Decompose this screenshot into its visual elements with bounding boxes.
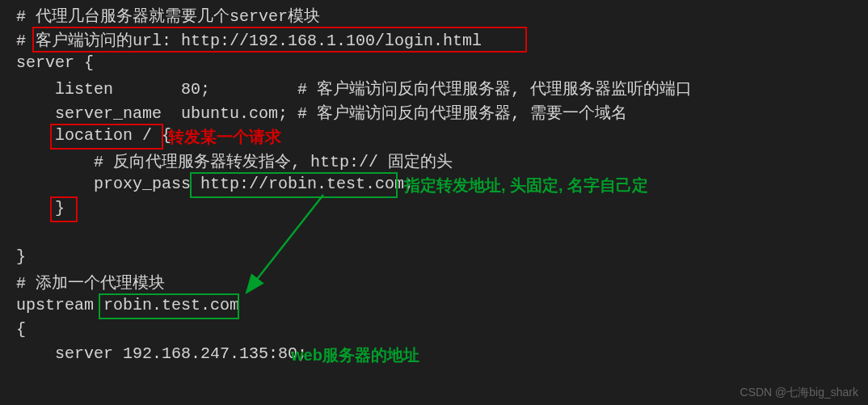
code-panel: # 代理几台服务器就需要几个server模块 # 客户端访问的url: http… xyxy=(0,0,868,405)
code-line: server_name ubuntu.com; # 客户端访问反向代理服务器, … xyxy=(16,102,627,124)
code-line: upstream robin.test.com xyxy=(16,296,239,314)
code-line: server 192.168.247.135:80; xyxy=(16,344,307,363)
code-line: { xyxy=(16,320,26,339)
code-line: # 反向代理服务器转发指令, http:// 固定的头 xyxy=(16,150,453,172)
code-line: # 代理几台服务器就需要几个server模块 xyxy=(16,5,320,27)
code-line: location / { xyxy=(16,126,171,145)
watermark: CSDN @七海big_shark xyxy=(740,386,858,400)
annotation-forward-request: 转发某一个请求 xyxy=(168,126,281,148)
code-line: # 客户端访问的url: http://192.168.1.100/login.… xyxy=(16,29,482,51)
svg-line-1 xyxy=(246,195,323,293)
code-line: # 添加一个代理模块 xyxy=(16,272,165,293)
code-line: proxy_pass http://robin.test.com; xyxy=(16,175,414,193)
annotation-specify-forward-addr: 指定转发地址, 头固定, 名字自己定 xyxy=(404,175,648,196)
code-line: } xyxy=(16,247,26,266)
code-line: listen 80; # 客户端访问反向代理服务器, 代理服务器监听的端口 xyxy=(16,78,692,99)
code-line: } xyxy=(16,199,65,217)
annotation-web-server-addr: web服务器的地址 xyxy=(291,344,419,366)
code-line: server { xyxy=(16,53,94,72)
